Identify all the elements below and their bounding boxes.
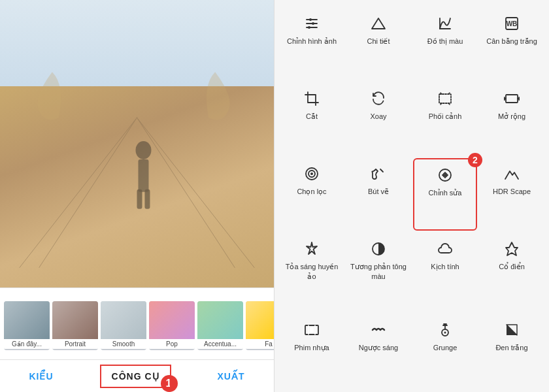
curve-icon xyxy=(437,14,453,33)
tool-label: Chỉnh sửa xyxy=(429,188,462,197)
thumb-pop[interactable]: Pop xyxy=(149,301,195,350)
svg-rect-20 xyxy=(506,95,518,103)
cloud-icon xyxy=(437,240,453,258)
tool-label: Cân bằng trắng xyxy=(486,37,537,46)
svg-line-26 xyxy=(380,169,383,172)
tool-xoay[interactable]: Xoay xyxy=(346,83,410,155)
tool-label: Cắt xyxy=(306,112,318,121)
tool-label: Chỉnh hình ảnh xyxy=(287,37,337,46)
photo-area xyxy=(0,0,274,287)
wb-icon: WB xyxy=(504,14,520,33)
tool-hdr-scape[interactable]: HDR Scape xyxy=(480,158,544,231)
svg-marker-14 xyxy=(372,18,385,29)
tool-chinh-sua[interactable]: 2 Chỉnh sửa xyxy=(413,158,477,231)
thumb-accentua[interactable]: Accentua... xyxy=(197,301,243,350)
tool-mo-rong[interactable]: Mở rộng xyxy=(480,83,544,155)
tool-nguoc-sang[interactable]: Ngược sáng xyxy=(346,314,410,387)
svg-rect-7 xyxy=(144,189,150,209)
crop-icon xyxy=(304,90,320,108)
svg-line-0 xyxy=(20,118,137,267)
tool-label: Cổ điển xyxy=(499,262,525,271)
tool-chon-loc[interactable]: Chọn lọc xyxy=(280,158,344,231)
tool-label: Mở rộng xyxy=(498,112,525,121)
tool-toa-sang[interactable]: Tỏa sáng huyền ảo xyxy=(280,233,344,312)
tool-label: Xoay xyxy=(370,112,386,121)
target-icon xyxy=(304,165,320,183)
svg-point-41 xyxy=(444,331,446,333)
sliders-icon xyxy=(304,14,320,33)
tool-grunge[interactable]: Grunge xyxy=(413,314,477,387)
tool-label: Tương phản tông màu xyxy=(349,262,408,281)
svg-line-2 xyxy=(39,118,137,267)
svg-point-12 xyxy=(312,22,314,25)
svg-rect-6 xyxy=(137,189,142,209)
tool-label: HDR Scape xyxy=(493,187,531,196)
tool-label: Đen trắng xyxy=(495,343,527,352)
tool-label: Tỏa sáng huyền ảo xyxy=(282,262,341,281)
tool-label: Bút vẽ xyxy=(368,187,389,196)
expand-icon xyxy=(504,90,520,108)
svg-rect-36 xyxy=(310,327,314,333)
tool-label: Phối cảnh xyxy=(429,112,462,121)
tool-label: Phim nhựa xyxy=(294,343,329,352)
tool-label: Chi tiết xyxy=(367,37,390,46)
rotate-icon xyxy=(371,90,386,108)
contrast-icon xyxy=(371,240,386,258)
filmstrip: Gần đây... Portrait Smooth Pop Accentua.… xyxy=(0,287,274,359)
bottom-nav: KIỂU CÔNG CỤ 1 XUẤT xyxy=(0,359,274,392)
heal-icon xyxy=(437,166,453,184)
tool-chinh-hinh-anh[interactable]: Chỉnh hình ảnh xyxy=(280,8,344,80)
thumb-portrait[interactable]: Portrait xyxy=(52,301,98,350)
nav-kieu[interactable]: KIỂU xyxy=(18,366,63,387)
bw-icon xyxy=(504,321,520,339)
tool-label: Kịch tính xyxy=(431,262,459,271)
svg-point-13 xyxy=(308,26,310,29)
svg-rect-5 xyxy=(138,159,148,192)
triangle-icon xyxy=(371,14,386,33)
tool-label: Chọn lọc xyxy=(297,187,326,196)
svg-marker-31 xyxy=(307,242,317,254)
tool-kich-tinh[interactable]: Kịch tính xyxy=(413,233,477,312)
tool-cat[interactable]: Cắt xyxy=(280,83,344,155)
pin-icon xyxy=(504,240,520,258)
brush-icon xyxy=(371,165,386,183)
tool-label: Ngược sáng xyxy=(359,343,398,352)
perspective-icon xyxy=(437,90,453,108)
thumb-fa[interactable]: Fa xyxy=(246,301,274,350)
film-icon xyxy=(304,321,320,339)
tool-label: Grunge xyxy=(433,343,458,352)
guitar-icon xyxy=(437,321,453,339)
nav-xuat[interactable]: XUẤT xyxy=(207,366,256,387)
left-panel: Gần đây... Portrait Smooth Pop Accentua.… xyxy=(0,0,274,392)
svg-point-25 xyxy=(310,172,313,175)
mustache-icon xyxy=(371,321,386,339)
badge-1: 1 xyxy=(161,375,178,392)
tool-can-bang-trang[interactable]: WB Cân bằng trắng xyxy=(480,8,544,80)
tool-phim-nhua[interactable]: Phim nhựa xyxy=(280,314,344,387)
tool-den-trang[interactable]: Đen trắng xyxy=(480,314,544,387)
thumb-smooth[interactable]: Smooth xyxy=(101,301,146,350)
tool-do-thi-mau[interactable]: Đồ thị màu xyxy=(413,8,477,80)
tool-chi-tiet[interactable]: Chi tiết xyxy=(346,8,410,80)
svg-line-3 xyxy=(137,118,235,267)
photo-image xyxy=(0,0,274,287)
svg-rect-19 xyxy=(439,94,451,103)
svg-line-1 xyxy=(137,118,255,267)
tool-tuong-phan[interactable]: Tương phản tông màu xyxy=(346,233,410,312)
tool-co-dien[interactable]: Cổ điển xyxy=(480,233,544,312)
mountain-icon xyxy=(504,165,520,183)
sparkle-icon xyxy=(304,240,320,258)
tool-but-ve[interactable]: Bút vẽ xyxy=(346,158,410,231)
tool-label: Đồ thị màu xyxy=(427,37,463,46)
tools-grid: Chỉnh hình ảnh Chi tiết Đồ thị màu WB Câ… xyxy=(280,8,544,387)
nav-cong-cu[interactable]: CÔNG CỤ 1 xyxy=(101,366,170,387)
tool-phoi-canh[interactable]: Phối cảnh xyxy=(413,83,477,155)
svg-text:WB: WB xyxy=(507,20,518,27)
svg-point-11 xyxy=(309,18,312,21)
right-panel: Chỉnh hình ảnh Chi tiết Đồ thị màu WB Câ… xyxy=(274,0,549,392)
svg-point-4 xyxy=(136,141,152,159)
thumb-recent[interactable]: Gần đây... xyxy=(4,301,50,350)
